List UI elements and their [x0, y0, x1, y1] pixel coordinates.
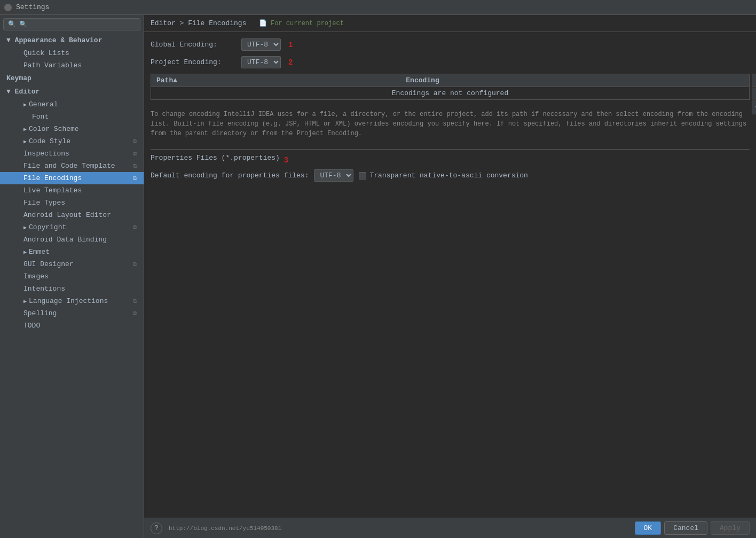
sidebar-item-file-types[interactable]: File Types — [0, 197, 144, 209]
sidebar-item-quick-lists[interactable]: Quick Lists — [0, 47, 144, 59]
sidebar-item-copyright[interactable]: ▶Copyright ⧉ — [0, 221, 144, 233]
footer-url: http://blog.csdn.net/yu514950381 — [169, 525, 281, 532]
help-button[interactable]: ? — [151, 523, 162, 534]
main-layout: 🔍 ▼ Appearance & Behavior Quick Lists Pa… — [0, 15, 756, 538]
triangle-icon: ▶ — [23, 299, 27, 305]
col-encoding: Encoding — [400, 74, 749, 87]
sidebar-item-images[interactable]: Images — [0, 270, 144, 283]
project-encoding-label: Project Encoding: — [151, 58, 236, 66]
sidebar-item-language-injections[interactable]: ▶Language Injections ⧉ — [0, 295, 144, 307]
search-input[interactable] — [19, 21, 136, 28]
sidebar-item-editor[interactable]: ▼ Editor — [0, 85, 144, 98]
sidebar-item-file-encodings[interactable]: File Encodings ⧉ — [0, 172, 144, 184]
content-header: Editor > File Encodings 📄 For current pr… — [144, 15, 756, 32]
global-encoding-row: Global Encoding: UTF-8 1 — [151, 38, 750, 51]
add-path-button[interactable]: + — [752, 74, 756, 87]
sidebar-item-general[interactable]: ▶General — [0, 98, 144, 111]
transparent-checkbox[interactable] — [359, 172, 366, 180]
copy-icon: ⧉ — [133, 224, 137, 231]
triangle-icon: ▼ — [6, 88, 15, 96]
sidebar-item-emmet[interactable]: ▶Emmet — [0, 246, 144, 258]
breadcrumb: Editor > File Encodings — [151, 19, 246, 27]
sidebar-item-android-data-binding[interactable]: Android Data Binding — [0, 233, 144, 246]
copy-icon: ⧉ — [133, 138, 137, 145]
default-encoding-label: Default encoding for properties files: — [151, 171, 309, 180]
sidebar-item-keymap[interactable]: Keymap — [0, 72, 144, 85]
sidebar-item-todo[interactable]: TODO — [0, 319, 144, 332]
copy-icon: ⧉ — [133, 151, 137, 157]
remove-path-button[interactable]: − — [752, 88, 756, 100]
search-box[interactable]: 🔍 — [3, 18, 140, 30]
table-empty-message: Encodings are not configured — [151, 87, 749, 100]
triangle-icon: ▶ — [23, 139, 27, 145]
default-encoding-row: Default encoding for properties files: U… — [151, 169, 750, 182]
cancel-button[interactable]: Cancel — [664, 521, 707, 535]
sidebar: 🔍 ▼ Appearance & Behavior Quick Lists Pa… — [0, 15, 144, 538]
triangle-icon: ▶ — [23, 249, 27, 255]
sidebar-item-live-templates[interactable]: Live Templates — [0, 184, 144, 197]
for-project-label: 📄 For current project — [259, 20, 344, 27]
path-encoding-table: Path▲ Encoding Encodings are not configu… — [151, 74, 749, 99]
window-title: Settings — [16, 3, 49, 11]
sidebar-item-file-and-code-template[interactable]: File and Code Template ⧉ — [0, 160, 144, 172]
sidebar-item-android-layout-editor[interactable]: Android Layout Editor — [0, 209, 144, 221]
sidebar-item-color-scheme[interactable]: ▶Color Scheme — [0, 123, 144, 135]
triangle-icon: ▶ — [23, 127, 27, 132]
default-encoding-select[interactable]: UTF-8 — [314, 169, 353, 182]
sidebar-item-intentions[interactable]: Intentions — [0, 283, 144, 295]
badge-2: 2 — [288, 58, 293, 67]
project-encoding-row: Project Encoding: UTF-8 2 — [151, 56, 750, 68]
copy-icon: ⧉ — [133, 175, 137, 182]
copy-icon: ⧉ — [133, 298, 137, 305]
copy-icon: ⧉ — [133, 261, 137, 268]
copy-icon: ⧉ — [133, 163, 137, 169]
help-icon: ? — [154, 524, 159, 532]
sidebar-item-appearance-behavior[interactable]: ▼ Appearance & Behavior — [0, 34, 144, 47]
project-encoding-select[interactable]: UTF-8 — [241, 56, 281, 68]
ok-button[interactable]: OK — [635, 521, 662, 535]
sidebar-item-inspections[interactable]: Inspections ⧉ — [0, 147, 144, 160]
col-path: Path▲ — [151, 74, 400, 87]
properties-section: Properties Files (*.properties) 3 Defaul… — [151, 149, 750, 182]
copy-icon: ⧉ — [133, 310, 137, 317]
content-area: Editor > File Encodings 📄 For current pr… — [144, 15, 756, 538]
path-table-container: Path▲ Encoding Encodings are not configu… — [151, 74, 750, 100]
sidebar-item-path-variables[interactable]: Path Variables — [0, 59, 144, 72]
apply-button[interactable]: Apply — [711, 521, 750, 535]
global-encoding-label: Global Encoding: — [151, 41, 236, 49]
sidebar-item-spelling[interactable]: Spelling ⧉ — [0, 307, 144, 319]
properties-section-label: Properties Files (*.properties) — [151, 154, 280, 162]
transparent-checkbox-area[interactable]: Transparent native-to-ascii conversion — [359, 171, 527, 180]
sidebar-item-font[interactable]: Font — [0, 111, 144, 123]
file-icon: 📄 — [259, 20, 267, 27]
content-body: Global Encoding: UTF-8 1 Project Encodin… — [144, 32, 756, 518]
titlebar: Settings — [0, 0, 756, 15]
window-icon — [4, 4, 12, 11]
edit-path-button[interactable]: ✎ — [752, 102, 756, 114]
sidebar-item-code-style[interactable]: ▶Code Style ⧉ — [0, 135, 144, 147]
badge-3: 3 — [284, 156, 288, 165]
triangle-icon: ▼ — [6, 36, 15, 44]
triangle-icon: ▶ — [23, 102, 27, 108]
description-text: To change encoding IntelliJ IDEA uses fo… — [151, 105, 750, 143]
bottom-bar: ? http://blog.csdn.net/yu514950381 OK Ca… — [144, 518, 756, 538]
triangle-icon: ▶ — [23, 225, 27, 231]
search-icon: 🔍 — [8, 20, 16, 28]
global-encoding-select[interactable]: UTF-8 — [241, 38, 281, 51]
path-encoding-table-wrapper: Path▲ Encoding Encodings are not configu… — [151, 74, 750, 100]
sidebar-item-gui-designer[interactable]: GUI Designer ⧉ — [0, 258, 144, 270]
badge-1: 1 — [288, 41, 293, 49]
transparent-checkbox-label: Transparent native-to-ascii conversion — [369, 171, 527, 180]
dialog-buttons: OK Cancel Apply — [635, 521, 750, 535]
